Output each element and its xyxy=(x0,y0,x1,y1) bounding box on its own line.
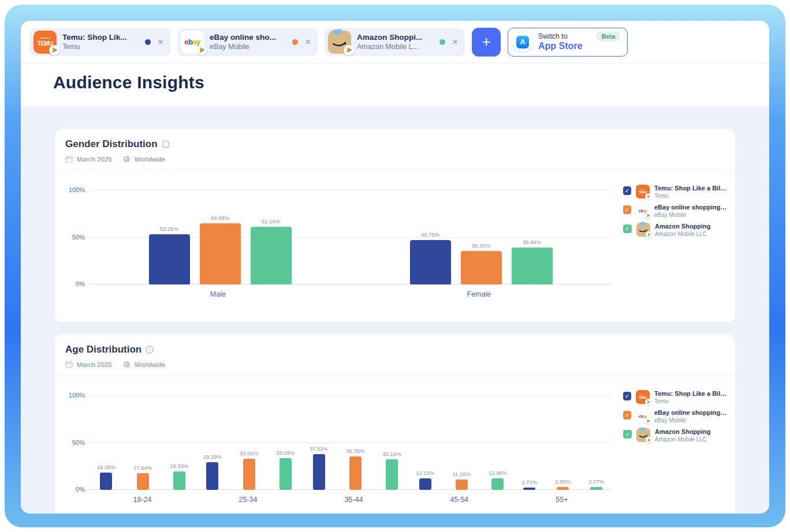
y-tick: 50% xyxy=(63,234,85,241)
tab-title: Amazon Shoppi... xyxy=(357,33,434,42)
date-label: March 2025 xyxy=(77,361,112,368)
bar-value-label: 33.28% xyxy=(276,449,295,456)
bar-35-44[interactable] xyxy=(313,454,325,490)
legend-item-amazon[interactable]: ✓ Amazon Shopping Amazon Mobile LLC xyxy=(623,428,728,443)
tab-title: Temu: Shop Lik... xyxy=(62,33,139,42)
date-label: March 2025 xyxy=(77,156,112,163)
bar-25-34[interactable] xyxy=(206,462,218,490)
close-icon[interactable]: × xyxy=(451,37,459,47)
series-color-dot xyxy=(145,39,151,45)
legend-item-amazon[interactable]: ✓ Amazon Shopping Amazon Mobile LLC xyxy=(623,223,728,237)
chart-legend: ✓ TEMU Temu: Shop Like a Billio... Temu … xyxy=(617,185,731,298)
bar-value-label: 35.35% xyxy=(346,448,364,454)
y-tick: 100% xyxy=(63,392,85,399)
globe-icon xyxy=(123,361,131,368)
tab-subtitle: Temu xyxy=(62,43,139,51)
checkbox-checked[interactable]: ✓ xyxy=(623,430,632,439)
amazon-app-icon xyxy=(636,223,650,237)
legend-title: Amazon Shopping xyxy=(655,223,711,230)
app-tab-temu[interactable]: TEMU Temu: Shop Lik... Temu × xyxy=(30,28,170,56)
bar-value-label: 35.32% xyxy=(472,242,490,249)
bar-value-label: 2.85% xyxy=(555,478,571,485)
legend-item-temu[interactable]: ✓ TEMU Temu: Shop Like a Billio... Temu xyxy=(623,390,728,404)
bar-value-label: 2.71% xyxy=(521,479,537,485)
bar-55+[interactable] xyxy=(590,487,602,490)
legend-subtitle: eBay Mobile xyxy=(654,417,728,424)
bar-group-18-24: 18.35%17.64%19.33% xyxy=(97,463,189,490)
bar-group-25-34: 29.29%33.01%33.28% xyxy=(203,449,295,490)
legend-subtitle: Temu xyxy=(654,398,728,404)
category-label-Female: Female xyxy=(467,290,491,298)
legend-item-ebay[interactable]: ✓ ebay eBay online shopping & ... eBay M… xyxy=(623,409,728,424)
bar-Male[interactable] xyxy=(200,223,241,284)
legend-subtitle: Amazon Mobile LLC xyxy=(655,231,711,237)
bar-25-34[interactable] xyxy=(280,458,292,490)
checkbox-checked[interactable]: ✓ xyxy=(623,411,631,419)
bar-value-label: 46.75% xyxy=(421,231,439,238)
svg-text:i: i xyxy=(149,347,150,353)
bar-Female[interactable] xyxy=(410,240,451,284)
legend-subtitle: Temu xyxy=(654,193,728,199)
bar-Female[interactable] xyxy=(512,248,553,284)
series-color-dot xyxy=(439,39,445,45)
card-title: Gender Distribution xyxy=(65,138,158,150)
bar-Female[interactable] xyxy=(461,251,502,284)
device-frame: TEMU Temu: Shop Lik... Temu × ebay eBay … xyxy=(5,5,785,527)
main-content: Gender Distribution i March 2025 Worldwi… xyxy=(21,106,769,514)
calendar-icon xyxy=(65,155,73,163)
category-label-Male: Male xyxy=(210,290,226,298)
bar-18-24[interactable] xyxy=(100,473,112,490)
tab-subtitle: Amazon Mobile L... xyxy=(357,43,434,51)
bar-group-Male: 53.25%64.68%61.16% xyxy=(149,215,292,284)
calendar-icon xyxy=(65,361,73,368)
checkbox-checked[interactable]: ✓ xyxy=(623,205,631,214)
bar-18-24[interactable] xyxy=(173,471,185,490)
app-tab-ebay[interactable]: ebay eBay online sho... eBay Mobile × xyxy=(177,28,318,56)
bar-Male[interactable] xyxy=(251,227,292,284)
region-label: Worldwide xyxy=(135,156,165,163)
switch-to-label: Switch to xyxy=(538,32,582,40)
legend-item-ebay[interactable]: ✓ ebay eBay online shopping & ... eBay M… xyxy=(623,204,728,218)
bar-25-34[interactable] xyxy=(243,459,255,490)
bar-Male[interactable] xyxy=(149,234,190,284)
bar-45-54[interactable] xyxy=(456,479,468,490)
age-chart: 100% 50% 0% 18.35%17.64%19.33%29.29%33.0… xyxy=(64,390,617,504)
bar-45-54[interactable] xyxy=(419,478,431,490)
info-icon[interactable]: i xyxy=(146,346,154,354)
bar-value-label: 17.64% xyxy=(133,464,152,471)
close-icon[interactable]: × xyxy=(304,37,312,47)
bar-value-label: 11.16% xyxy=(452,471,471,477)
checkbox-checked[interactable]: ✓ xyxy=(623,224,632,233)
temu-app-icon: TEMU xyxy=(33,31,57,54)
bar-55+[interactable] xyxy=(523,488,535,490)
page-title: Audience Insights xyxy=(53,73,737,92)
svg-text:i: i xyxy=(165,142,166,147)
app-tabs-bar: TEMU Temu: Shop Lik... Temu × ebay eBay … xyxy=(21,21,769,63)
ebay-app-icon: ebay xyxy=(636,409,650,423)
switch-to-app-store-button[interactable]: A Switch to App Store Beta xyxy=(508,28,628,57)
checkbox-checked[interactable]: ✓ xyxy=(623,186,631,195)
checkbox-checked[interactable]: ✓ xyxy=(623,392,631,400)
amazon-app-icon xyxy=(636,428,650,442)
add-app-button[interactable]: + xyxy=(472,28,501,57)
bar-35-44[interactable] xyxy=(386,459,398,490)
bar-18-24[interactable] xyxy=(137,473,149,490)
bar-value-label: 53.25% xyxy=(160,226,178,232)
bar-group-35-44: 37.53%35.35%32.16% xyxy=(310,445,401,490)
app-tab-amazon[interactable]: Amazon Shoppi... Amazon Mobile L... × xyxy=(325,28,465,56)
bar-45-54[interactable] xyxy=(491,478,504,490)
age-distribution-card: Age Distribution i March 2025 Worldwide xyxy=(55,334,735,514)
bar-55+[interactable] xyxy=(557,487,569,490)
category-label-18-24: 18-24 xyxy=(133,496,151,504)
bar-value-label: 37.53% xyxy=(310,445,328,452)
info-icon[interactable]: i xyxy=(162,140,170,148)
close-icon[interactable]: × xyxy=(156,37,165,47)
bar-value-label: 61.16% xyxy=(262,218,280,224)
amazon-app-icon xyxy=(328,31,351,54)
bar-value-label: 19.33% xyxy=(170,463,188,469)
y-tick: 100% xyxy=(63,186,85,193)
legend-item-temu[interactable]: ✓ TEMU Temu: Shop Like a Billio... Temu xyxy=(623,185,728,199)
bar-35-44[interactable] xyxy=(349,456,362,490)
legend-title: Temu: Shop Like a Billio... xyxy=(654,185,728,192)
ebay-app-icon: ebay xyxy=(181,31,204,54)
